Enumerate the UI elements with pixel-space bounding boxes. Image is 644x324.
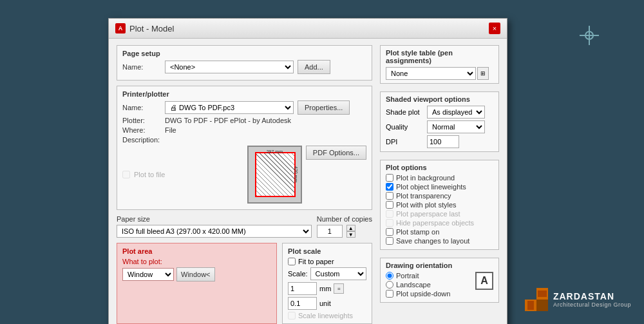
landscape-radio[interactable] <box>386 281 393 289</box>
printer-name-select[interactable]: 🖨 DWG To PDF.pc3 <box>165 101 294 114</box>
scale-unit-button[interactable]: = <box>334 283 344 294</box>
portrait-label: Portrait <box>396 272 419 280</box>
quality-row: Quality Normal <box>386 120 493 133</box>
description-label: Description: <box>122 136 161 144</box>
what-to-plot-select[interactable]: Window <box>122 268 174 281</box>
shade-plot-select[interactable]: As displayed <box>427 106 485 119</box>
svg-rect-4 <box>538 291 547 297</box>
plot-styles-checkbox[interactable] <box>386 201 393 209</box>
printer-name-row: Name: 🖨 DWG To PDF.pc3 Properties... <box>122 100 366 115</box>
hide-paperspace-label: Hide paperspace objects <box>396 219 474 227</box>
page-setup-section: Page setup Name: <None> Add... <box>117 45 372 81</box>
copies-label: Number of copies <box>317 215 372 223</box>
plot-to-file-row: Plot to file 297 mm 420 mm <box>122 146 366 204</box>
plot-lineweights-checkbox[interactable] <box>386 183 393 191</box>
scale-lineweights-checkbox[interactable] <box>288 312 296 319</box>
plot-paperspace-last-checkbox[interactable] <box>386 210 393 218</box>
plot-option-0: Plot in background <box>386 174 493 182</box>
hide-paperspace-checkbox[interactable] <box>386 219 393 227</box>
plot-to-file-checkbox[interactable] <box>122 171 130 178</box>
shaded-viewport-label: Shaded viewport options <box>386 95 493 103</box>
plot-background-label: Plot in background <box>396 174 455 182</box>
plot-option-4: Plot paperspace last <box>386 210 493 218</box>
upside-down-row: Plot upside-down <box>386 290 450 298</box>
copies-up-arrow[interactable]: ▲ <box>346 225 355 231</box>
scale-mm-label: mm <box>319 285 331 292</box>
where-value: File <box>165 126 176 134</box>
preview-dim-right: 420 mm <box>292 147 301 202</box>
left-panel: Page setup Name: <None> Add... Printer/p… <box>117 45 372 324</box>
logo-text-area: ZARDASTAN Architectural Design Group <box>553 291 631 308</box>
logo-area: ZARDASTAN Architectural Design Group <box>525 288 631 311</box>
add-button[interactable]: Add... <box>298 60 330 74</box>
plot-area-scale-row: Plot area What to plot: Window Window< P… <box>117 243 372 324</box>
upside-down-checkbox[interactable] <box>386 290 393 298</box>
fit-to-paper-row: Fit to paper <box>288 258 366 265</box>
landscape-label: Landscape <box>396 281 431 289</box>
preview-thumbnail: 297 mm 420 mm <box>247 146 302 204</box>
scale-value-input[interactable] <box>288 282 317 295</box>
plot-scale-title: Plot scale <box>288 247 366 255</box>
autocad-icon: A <box>115 23 126 33</box>
printer-name-label: Name: <box>122 104 161 111</box>
where-row: Where: File <box>122 126 366 134</box>
plot-area-title: Plot area <box>122 247 271 255</box>
scale-unit-row: unit <box>288 297 366 310</box>
copies-input[interactable]: 1 <box>317 225 343 238</box>
fit-to-paper-checkbox[interactable] <box>288 258 296 265</box>
plot-lineweights-label: Plot object lineweights <box>396 183 466 191</box>
plot-stamp-checkbox[interactable] <box>386 228 393 236</box>
copies-spinner: ▲ ▼ <box>346 225 355 238</box>
plot-option-1: Plot object lineweights <box>386 183 493 191</box>
dialog-title-area: A Plot - Model <box>115 23 174 33</box>
plot-options-section: Plot options Plot in background Plot obj… <box>380 160 499 250</box>
scale-lineweights-row: Scale lineweights <box>288 312 366 319</box>
logo-subtitle: Architectural Design Group <box>553 301 631 308</box>
paper-size-select[interactable]: ISO full bleed A3 (297.00 x 420.00 MM) <box>117 225 312 238</box>
scale-unit-input[interactable] <box>288 297 317 310</box>
dialog-titlebar: A Plot - Model × <box>109 19 507 39</box>
close-button[interactable]: × <box>489 23 500 34</box>
plot-option-3: Plot with plot styles <box>386 201 493 209</box>
plot-background-checkbox[interactable] <box>386 174 393 182</box>
save-changes-checkbox[interactable] <box>386 237 393 245</box>
svg-rect-2 <box>536 300 548 311</box>
plot-options-label: Plot options <box>386 164 493 171</box>
orientation-content: Portrait Landscape Plot upside-down A <box>386 272 493 299</box>
svg-rect-3 <box>527 301 534 310</box>
landscape-row: Landscape <box>386 281 450 289</box>
crosshair-icon <box>580 26 599 45</box>
shade-plot-label: Shade plot <box>386 108 424 116</box>
description-row: Description: <box>122 136 366 144</box>
upside-down-label: Plot upside-down <box>396 290 450 298</box>
plot-style-select[interactable]: None <box>386 67 476 80</box>
page-setup-name-row: Name: <None> Add... <box>122 60 366 74</box>
plotter-row: Plotter: DWG To PDF - PDF ePlot - by Aut… <box>122 117 366 124</box>
plot-paperspace-last-label: Plot paperspace last <box>396 210 460 218</box>
page-setup-name-select[interactable]: <None> <box>165 61 294 73</box>
plot-style-label: Plot style table (pen assignments) <box>386 49 493 64</box>
quality-select[interactable]: Normal <box>427 120 485 133</box>
scale-unit-label: unit <box>319 300 331 307</box>
dpi-input: 100 <box>427 135 459 148</box>
plot-transparency-checkbox[interactable] <box>386 192 393 200</box>
dpi-label: DPI <box>386 138 424 146</box>
window-button[interactable]: Window< <box>176 267 215 281</box>
scale-lineweights-label: Scale lineweights <box>298 312 353 319</box>
plot-styles-label: Plot with plot styles <box>396 201 457 209</box>
plot-style-table-icon[interactable]: ⊞ <box>477 67 489 80</box>
logo-name: ZARDASTAN <box>553 291 631 301</box>
plot-option-7: Save changes to layout <box>386 237 493 245</box>
plot-style-table-section: Plot style table (pen assignments) None … <box>380 45 499 84</box>
copies-down-arrow[interactable]: ▼ <box>346 231 355 238</box>
page-setup-title: Page setup <box>122 50 366 57</box>
plot-transparency-label: Plot transparency <box>396 192 451 200</box>
pdf-options-button[interactable]: PDF Options... <box>306 146 366 160</box>
where-label: Where: <box>122 126 161 134</box>
portrait-radio[interactable] <box>386 272 393 280</box>
plot-dialog: A Plot - Model × Page setup Name: <None>… <box>108 18 507 324</box>
properties-button[interactable]: Properties... <box>298 100 350 115</box>
scale-select[interactable]: Custom <box>310 267 366 280</box>
copies-input-area: 1 ▲ ▼ <box>317 225 372 238</box>
dialog-title-text: Plot - Model <box>129 24 174 33</box>
